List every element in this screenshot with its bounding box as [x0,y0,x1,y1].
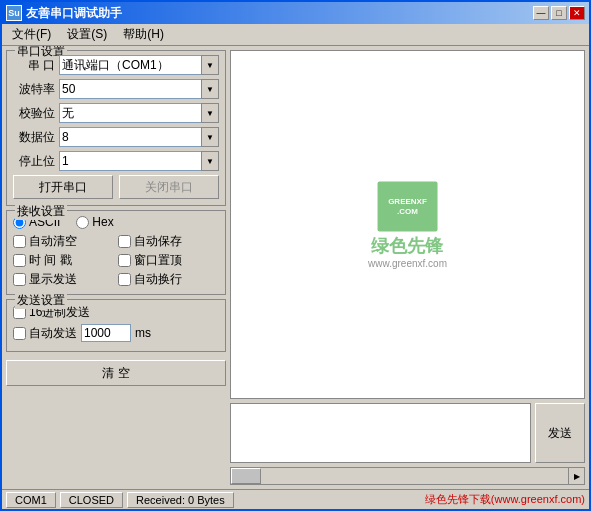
send-button[interactable]: 发送 [535,403,585,463]
open-serial-button[interactable]: 打开串口 [13,175,113,199]
minimize-button[interactable]: — [533,6,549,20]
serial-button-row: 打开串口 关闭串口 [13,175,219,199]
auto-clear-label: 自动清空 [29,233,77,250]
parity-select[interactable]: 无 [59,103,219,123]
auto-save-check-label[interactable]: 自动保存 [118,233,219,250]
send-settings-group: 发送设置 16进制发送 自动发送 1000 ms [6,299,226,352]
parity-select-wrapper: 无 ▼ [59,103,219,123]
close-button[interactable]: ✕ [569,6,585,20]
auto-send-check-label[interactable]: 自动发送 [13,325,77,342]
status-received: Received: 0 Bytes [127,492,234,508]
title-bar: Su 友善串口调试助手 — □ ✕ [2,2,589,24]
baud-select-wrapper: 50 ▼ [59,79,219,99]
left-panel: 串口设置 串 口 通讯端口（COM1） ▼ 波特率 50 [6,50,226,485]
scroll-track [231,468,568,484]
show-send-check-label[interactable]: 显示发送 [13,271,114,288]
show-window-check-label[interactable]: 窗口置顶 [118,252,219,269]
baud-label: 波特率 [13,81,55,98]
watermark-brand: 绿色先锋 [371,233,443,257]
interval-input[interactable]: 1000 [81,324,131,342]
serial-settings-group: 串口设置 串 口 通讯端口（COM1） ▼ 波特率 50 [6,50,226,206]
auto-send-label: 自动发送 [29,325,77,342]
menu-settings[interactable]: 设置(S) [59,24,115,45]
show-send-label: 显示发送 [29,271,77,288]
horizontal-scrollbar[interactable]: ▶ [230,467,585,485]
title-buttons: — □ ✕ [533,6,585,20]
hex-radio-label[interactable]: Hex [76,215,113,229]
baud-row: 波特率 50 ▼ [13,79,219,99]
scroll-thumb[interactable] [231,468,261,484]
auto-clear-check-label[interactable]: 自动清空 [13,233,114,250]
ms-label: ms [135,326,151,340]
app-icon: Su [6,5,22,21]
data-bits-select-wrapper: 8 ▼ [59,127,219,147]
port-select[interactable]: 通讯端口（COM1） [59,55,219,75]
watermark: GREENXF .COM 绿色先锋 www.greenxf.com [368,181,447,268]
parity-row: 校验位 无 ▼ [13,103,219,123]
menu-help[interactable]: 帮助(H) [115,24,172,45]
show-send-checkbox[interactable] [13,273,26,286]
receive-checkboxes: 自动清空 自动保存 时 间 戳 窗口置顶 [13,233,219,288]
parity-label: 校验位 [13,105,55,122]
auto-wrap-check-label[interactable]: 自动换行 [118,271,219,288]
status-download: 绿色先锋下载(www.greenxf.com) [425,492,585,507]
data-bits-select[interactable]: 8 [59,127,219,147]
scroll-right-button[interactable]: ▶ [568,468,584,484]
auto-save-checkbox[interactable] [118,235,131,248]
status-bar: COM1 CLOSED Received: 0 Bytes 绿色先锋下载(www… [2,489,589,509]
port-select-wrapper: 通讯端口（COM1） ▼ [59,55,219,75]
menu-file[interactable]: 文件(F) [4,24,59,45]
timestamp-check-label[interactable]: 时 间 戳 [13,252,114,269]
right-panel: GREENXF .COM 绿色先锋 www.greenxf.com 发送 [230,50,585,485]
stop-bits-label: 停止位 [13,153,55,170]
clear-button[interactable]: 清 空 [6,360,226,386]
window-title: 友善串口调试助手 [26,5,122,22]
hex-radio[interactable] [76,216,89,229]
main-content: 串口设置 串 口 通讯端口（COM1） ▼ 波特率 50 [2,46,589,489]
status-state: CLOSED [60,492,123,508]
auto-wrap-checkbox[interactable] [118,273,131,286]
auto-wrap-label: 自动换行 [134,271,182,288]
timestamp-label: 时 间 戳 [29,252,72,269]
baud-select[interactable]: 50 [59,79,219,99]
receive-area: GREENXF .COM 绿色先锋 www.greenxf.com [230,50,585,399]
auto-clear-checkbox[interactable] [13,235,26,248]
stop-bits-select-wrapper: 1 ▼ [59,151,219,171]
status-port: COM1 [6,492,56,508]
restore-button[interactable]: □ [551,6,567,20]
hex-label: Hex [92,215,113,229]
close-serial-button[interactable]: 关闭串口 [119,175,219,199]
send-settings-label: 发送设置 [15,292,67,309]
timestamp-checkbox[interactable] [13,254,26,267]
data-bits-row: 数据位 8 ▼ [13,127,219,147]
title-bar-left: Su 友善串口调试助手 [6,5,122,22]
data-bits-label: 数据位 [13,129,55,146]
receive-settings-group: 接收设置 ASCII Hex 自动清空 [6,210,226,295]
send-button-container: 发送 [535,403,585,463]
show-window-label: 窗口置顶 [134,252,182,269]
auto-send-checkbox[interactable] [13,327,26,340]
auto-send-row: 自动发送 1000 ms [13,324,219,342]
main-window: Su 友善串口调试助手 — □ ✕ 文件(F) 设置(S) 帮助(H) 串口设置… [0,0,591,511]
stop-bits-row: 停止位 1 ▼ [13,151,219,171]
watermark-logo: GREENXF .COM [377,181,437,231]
stop-bits-select[interactable]: 1 [59,151,219,171]
receive-settings-label: 接收设置 [15,203,67,220]
send-area-container: 发送 [230,403,585,463]
send-textarea[interactable] [230,403,531,463]
show-window-checkbox[interactable] [118,254,131,267]
menu-bar: 文件(F) 设置(S) 帮助(H) [2,24,589,46]
watermark-url: www.greenxf.com [368,257,447,268]
auto-save-label: 自动保存 [134,233,182,250]
